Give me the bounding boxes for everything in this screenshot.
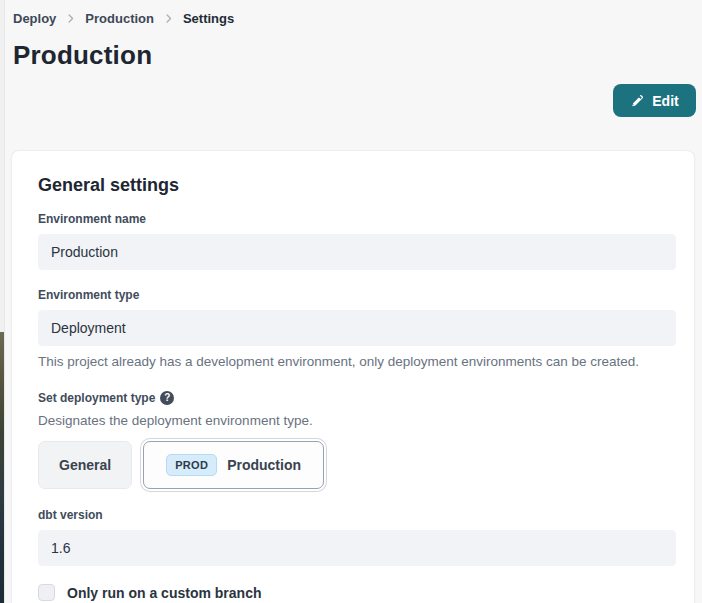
pencil-icon bbox=[630, 94, 644, 108]
environment-type-input[interactable] bbox=[38, 310, 676, 346]
deployment-type-option-production[interactable]: PROD Production bbox=[143, 441, 324, 489]
chevron-right-icon bbox=[65, 13, 76, 24]
settings-page: Deploy Production Settings Production Ed… bbox=[5, 0, 702, 603]
deployment-type-helper: Designates the deployment environment ty… bbox=[38, 413, 670, 428]
breadcrumb-item-settings: Settings bbox=[183, 11, 234, 26]
environment-type-label: Environment type bbox=[38, 288, 670, 302]
custom-branch-checkbox[interactable] bbox=[38, 584, 55, 601]
chevron-right-icon bbox=[163, 13, 174, 24]
deployment-type-option-general[interactable]: General bbox=[38, 441, 132, 489]
general-option-label: General bbox=[59, 457, 111, 473]
breadcrumb: Deploy Production Settings bbox=[5, 0, 702, 26]
deployment-type-options: General PROD Production bbox=[38, 441, 670, 489]
dbt-version-input[interactable] bbox=[38, 530, 676, 566]
deployment-type-label: Set deployment type ? bbox=[38, 391, 670, 405]
environment-type-helper: This project already has a development e… bbox=[38, 354, 670, 369]
prod-badge: PROD bbox=[166, 454, 217, 476]
custom-branch-label: Only run on a custom branch bbox=[67, 585, 261, 601]
page-title: Production bbox=[5, 26, 702, 71]
deployment-type-label-text: Set deployment type bbox=[38, 391, 155, 405]
help-question-icon[interactable]: ? bbox=[160, 391, 174, 405]
environment-name-label: Environment name bbox=[38, 212, 670, 226]
edit-button[interactable]: Edit bbox=[613, 84, 696, 117]
card-heading: General settings bbox=[38, 175, 670, 196]
production-option-label: Production bbox=[227, 457, 301, 473]
breadcrumb-item-production[interactable]: Production bbox=[85, 11, 154, 26]
edit-button-label: Edit bbox=[652, 93, 678, 109]
breadcrumb-item-deploy[interactable]: Deploy bbox=[13, 11, 56, 26]
environment-name-input[interactable] bbox=[38, 234, 676, 270]
custom-branch-row: Only run on a custom branch bbox=[38, 584, 670, 601]
dbt-version-label: dbt version bbox=[38, 508, 670, 522]
general-settings-card: General settings Environment name Enviro… bbox=[11, 150, 695, 603]
